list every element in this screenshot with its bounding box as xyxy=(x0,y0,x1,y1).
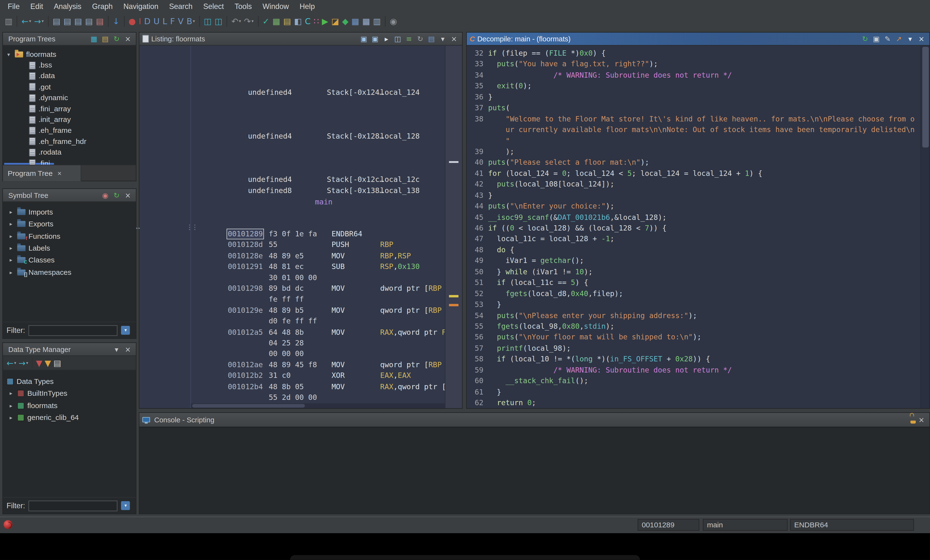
validate-icon[interactable]: ✓ xyxy=(261,15,271,28)
tab-close-icon[interactable]: × xyxy=(57,169,62,177)
menu-select[interactable]: Select xyxy=(198,0,229,13)
asm-row[interactable]: d0 fe ff ff xyxy=(191,317,445,328)
folder-icon[interactable]: ▤ xyxy=(100,34,111,43)
undo-icon[interactable]: ↶▾ xyxy=(230,15,242,28)
menu-edit[interactable]: Edit xyxy=(25,0,48,13)
page-icon[interactable]: ▤ xyxy=(52,356,63,370)
decompile-line[interactable]: /* WARNING: Subroutine does not return *… xyxy=(488,365,920,376)
nav-doc-up-icon[interactable]: ▤ xyxy=(51,15,62,28)
tree-item-data[interactable]: .data xyxy=(29,71,55,81)
search-again-icon[interactable]: ◫ xyxy=(213,15,223,28)
decompile-line[interactable]: } xyxy=(488,190,920,201)
expander-icon[interactable]: ▸ xyxy=(8,221,14,227)
nav-doc-down-icon[interactable]: ▤ xyxy=(62,15,72,28)
tree-item-bss[interactable]: .bss xyxy=(29,60,52,71)
expander-icon[interactable]: ▸ xyxy=(8,269,14,275)
stack-variable-row[interactable]: undefined8Stack[-0x138…local_138 xyxy=(191,187,445,197)
sidebar-item-exports[interactable]: ▸Exports xyxy=(8,219,54,229)
decompile-line[interactable]: } xyxy=(488,92,920,103)
nav-doc-next-icon[interactable]: ▤ xyxy=(84,15,94,28)
menu-file[interactable]: File xyxy=(2,0,25,13)
symbol-tree-view[interactable]: ▸Imports▸Exports▸fFunctions▸Labels▸CClas… xyxy=(3,202,136,322)
chevron-down-icon[interactable]: ▾ xyxy=(437,34,448,43)
decompile-line[interactable]: /* WARNING: Subroutine does not return *… xyxy=(488,70,920,81)
filter-yellow-icon[interactable]: ▼ xyxy=(43,356,52,370)
close-icon[interactable]: × xyxy=(916,34,927,43)
menu-search[interactable]: Search xyxy=(164,0,198,13)
expander-icon[interactable]: ▸ xyxy=(8,233,14,239)
stack-variable-row[interactable]: undefined4Stack[-0x128…local_128 xyxy=(191,132,445,143)
snapshot-icon[interactable]: ↻ xyxy=(415,34,425,43)
listing-view[interactable]: ⋮⋮ undefined4Stack[-0x124…local_124undef… xyxy=(140,46,462,408)
vertical-scrollbar[interactable] xyxy=(921,46,930,408)
asm-row[interactable]: 001012b448 8b 05MOVRAX,qword ptr [s xyxy=(191,382,445,393)
asm-row[interactable]: 001012a564 48 8bMOVRAX,qword ptr FS xyxy=(191,328,445,339)
chevron-down-icon[interactable]: ▾ xyxy=(905,34,915,43)
close-icon[interactable]: × xyxy=(916,415,927,425)
decompile-line[interactable]: if (local_11c == 5) { xyxy=(488,278,920,288)
clear-code-icon[interactable]: ▤ xyxy=(95,15,105,28)
asm-row[interactable]: 001012b231 c0XOREAX,EAX xyxy=(191,371,445,382)
scroll-position-mark[interactable] xyxy=(449,161,459,163)
analysis-options-icon[interactable]: ▤ xyxy=(282,15,292,28)
tree-item-got[interactable]: .got xyxy=(29,81,51,92)
forward-icon[interactable]: →▾ xyxy=(33,15,45,28)
gear-icon[interactable]: ◉ xyxy=(389,15,399,28)
data-l-icon[interactable]: L xyxy=(161,15,168,28)
bookmark-icon[interactable]: ▤ xyxy=(427,34,437,43)
data-f-icon[interactable]: F xyxy=(169,15,176,28)
refresh-icon[interactable]: ↻ xyxy=(111,190,122,200)
listing-code-area[interactable]: undefined4Stack[-0x124…local_124undefine… xyxy=(191,46,445,404)
dropdown-arrow-icon[interactable]: ▾ xyxy=(29,19,31,24)
duplicate-view-icon[interactable]: ▣ xyxy=(370,34,380,43)
stack-variable-row[interactable]: undefined4Stack[-0x124…local_124 xyxy=(191,88,445,99)
filter-config-icon[interactable]: ▾ xyxy=(121,501,130,510)
close-icon[interactable]: × xyxy=(123,34,133,43)
decompile-line[interactable]: puts("Please select a floor mat:\n"); xyxy=(488,157,920,168)
decompile-line[interactable]: ); xyxy=(488,146,920,157)
refresh-icon[interactable]: ↻ xyxy=(860,34,870,43)
tab-program-tree[interactable]: Program Tree × xyxy=(3,165,81,181)
expander-icon[interactable]: ▸ xyxy=(8,245,14,251)
tree-item-builtintypes[interactable]: ▸BuiltInTypes xyxy=(8,388,67,399)
decompile-line[interactable]: puts("\nYour floor mat will be shipped t… xyxy=(488,332,920,343)
asm-row[interactable]: 0010129889 bd dcMOVdword ptr [RBP + xyxy=(191,284,445,295)
bookmark-mark-yellow[interactable] xyxy=(449,295,459,298)
menu-navigation[interactable]: Navigation xyxy=(118,0,164,13)
data-d-icon[interactable]: D xyxy=(143,15,152,28)
decompile-line[interactable]: if (local_10 != *(long *)(in_FS_OFFSET +… xyxy=(488,354,920,365)
decompile-line[interactable]: iVar1 = getchar(); xyxy=(488,255,920,266)
decompile-line[interactable]: __isoc99_scanf(&DAT_001021b6,&local_128)… xyxy=(488,212,920,223)
back-icon[interactable]: ←▾ xyxy=(5,356,17,370)
decompile-line[interactable]: puts("\nPlease enter your shipping addre… xyxy=(488,310,920,321)
dropdown-arrow-icon[interactable]: ▾ xyxy=(193,19,195,24)
decompile-line[interactable]: fgets(local_98,0x80,stdin); xyxy=(488,321,920,332)
back-icon[interactable]: ←▾ xyxy=(20,15,32,28)
record-icon[interactable]: ● xyxy=(128,15,137,28)
sidebar-item-classes[interactable]: ▸CClasses xyxy=(8,255,55,265)
symbol-tree-header[interactable]: Symbol Tree ◉↻× xyxy=(3,189,136,202)
forward-icon[interactable]: →▾ xyxy=(17,356,29,370)
redo-icon[interactable]: ↷▾ xyxy=(243,15,255,28)
program-trees-header[interactable]: Program Trees ▦▤↻× xyxy=(3,33,136,46)
decompile-line[interactable]: return 0; xyxy=(488,397,920,408)
tree-item-eh_frame_hdr[interactable]: .eh_frame_hdr xyxy=(29,136,86,147)
decompile-line[interactable]: fgets(local_d8,0x40,filep); xyxy=(488,288,920,299)
data-u-icon[interactable]: U xyxy=(152,15,161,28)
expander-icon[interactable]: ▸ xyxy=(8,402,14,408)
cg-icon[interactable]: C xyxy=(304,15,312,28)
asm-row[interactable]: 0010128d55PUSHRBP xyxy=(191,241,445,251)
decompile-line[interactable]: } xyxy=(488,299,920,310)
sidebar-item-imports[interactable]: ▸Imports xyxy=(8,207,53,218)
data-i-icon[interactable]: I xyxy=(137,15,142,28)
decompile-line[interactable]: for (local_124 = 0; local_124 < 5; local… xyxy=(488,168,920,179)
close-icon[interactable]: × xyxy=(123,190,133,200)
decompile-line[interactable]: do { xyxy=(488,245,920,255)
decompile-line[interactable]: } while (iVar1 != 10); xyxy=(488,266,920,277)
decompile-line[interactable]: __stack_chk_fail(); xyxy=(488,376,920,387)
console-output[interactable] xyxy=(140,427,930,514)
tree-item-data-types[interactable]: Data Types xyxy=(6,376,54,387)
tree-item-floormats[interactable]: ▸floormats xyxy=(8,400,58,411)
close-icon[interactable]: × xyxy=(123,344,133,354)
dropdown-arrow-icon[interactable]: ▾ xyxy=(26,361,28,365)
